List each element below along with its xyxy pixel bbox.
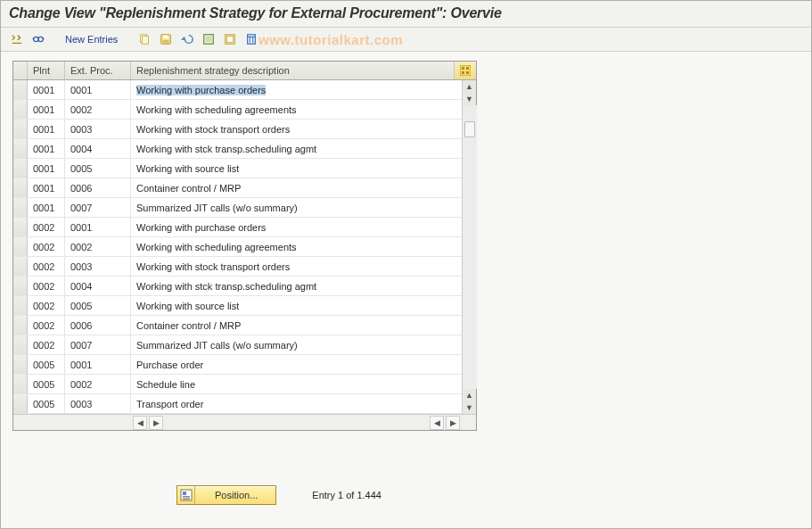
select-all-icon[interactable] (199, 30, 218, 48)
cell-plant[interactable]: 0002 (28, 237, 65, 256)
cell-ext-proc[interactable]: 0003 (65, 394, 131, 413)
row-selector[interactable] (13, 139, 28, 158)
scroll-up-step2-icon[interactable]: ▲ (463, 389, 477, 401)
row-selector[interactable] (13, 394, 28, 413)
cell-description[interactable]: Container control / MRP (131, 178, 462, 197)
column-header-ext-proc[interactable]: Ext. Proc. (65, 62, 131, 79)
scroll-down-icon[interactable]: ▼ (463, 401, 477, 414)
row-selector[interactable] (13, 335, 28, 354)
cell-plant[interactable]: 0002 (28, 316, 65, 335)
table-row[interactable]: 00010006Container control / MRP (13, 178, 462, 198)
copy-icon[interactable] (135, 30, 154, 48)
cell-plant[interactable]: 0001 (28, 100, 65, 119)
row-selector[interactable] (13, 277, 28, 295)
row-selector[interactable] (13, 355, 28, 374)
cell-ext-proc[interactable]: 0001 (65, 355, 131, 374)
cell-description[interactable]: Working with purchase orders (131, 218, 462, 236)
row-selector[interactable] (13, 375, 28, 393)
row-selector[interactable] (13, 159, 28, 178)
cell-description[interactable]: Working with scheduling agreements (131, 237, 462, 256)
scroll-track[interactable] (463, 105, 477, 389)
cell-description[interactable]: Working with stck transp.scheduling agmt (131, 139, 462, 158)
cell-description[interactable]: Purchase order (131, 355, 462, 374)
table-row[interactable]: 00020007Summarized JIT calls (w/o summar… (13, 335, 462, 355)
hscroll-left2-icon[interactable]: ◀ (430, 416, 444, 430)
hscroll-right2-icon[interactable]: ▶ (446, 416, 460, 430)
row-selector[interactable] (13, 237, 28, 256)
cell-ext-proc[interactable]: 0006 (65, 316, 131, 335)
cell-plant[interactable]: 0005 (28, 394, 65, 413)
cell-plant[interactable]: 0002 (28, 296, 65, 315)
cell-description[interactable]: Transport order (131, 394, 462, 413)
cell-description[interactable]: Working with scheduling agreements (131, 100, 462, 119)
table-row[interactable]: 00010004Working with stck transp.schedul… (13, 139, 462, 159)
cell-plant[interactable]: 0001 (28, 80, 65, 99)
row-selector[interactable] (13, 296, 28, 315)
cell-description[interactable]: Schedule line (131, 375, 462, 393)
cell-description[interactable]: Working with stck transp.scheduling agmt (131, 277, 462, 295)
row-selector[interactable] (13, 198, 28, 217)
cell-plant[interactable]: 0001 (28, 178, 65, 197)
row-selector[interactable] (13, 316, 28, 335)
table-row[interactable]: 00020004Working with stck transp.schedul… (13, 277, 462, 296)
position-button[interactable]: Position... (176, 485, 276, 505)
delete-icon[interactable] (242, 30, 261, 48)
cell-ext-proc[interactable]: 0007 (65, 335, 131, 354)
cell-description[interactable]: Working with purchase orders (131, 80, 462, 99)
undo-icon[interactable] (177, 30, 197, 48)
row-selector[interactable] (13, 178, 28, 197)
row-selector[interactable] (13, 257, 28, 276)
scroll-down-step-icon[interactable]: ▼ (463, 93, 477, 105)
cell-plant[interactable]: 0002 (28, 277, 65, 295)
row-selector[interactable] (13, 100, 28, 119)
table-row[interactable]: 00020002Working with scheduling agreemen… (13, 237, 462, 257)
scroll-thumb[interactable] (464, 121, 475, 137)
save-icon[interactable] (156, 30, 176, 48)
scroll-up-icon[interactable]: ▲ (463, 80, 477, 93)
display-icon[interactable] (29, 30, 48, 48)
cell-plant[interactable]: 0005 (28, 375, 65, 393)
cell-ext-proc[interactable]: 0002 (65, 237, 131, 256)
hscroll-right-icon[interactable]: ▶ (149, 416, 163, 430)
cell-description[interactable]: Working with source list (131, 296, 462, 315)
cell-plant[interactable]: 0001 (28, 139, 65, 158)
column-header-description[interactable]: Replenishment strategy description (131, 62, 455, 79)
cell-ext-proc[interactable]: 0002 (65, 100, 131, 119)
cell-plant[interactable]: 0002 (28, 257, 65, 276)
hscroll-left-icon[interactable]: ◀ (133, 416, 147, 430)
row-selector[interactable] (13, 120, 28, 138)
table-row[interactable]: 00020006Container control / MRP (13, 316, 462, 335)
table-row[interactable]: 00010001Working with purchase orders (13, 80, 462, 100)
table-settings-icon[interactable] (455, 62, 476, 79)
cell-ext-proc[interactable]: 0004 (65, 139, 131, 158)
cell-ext-proc[interactable]: 0003 (65, 257, 131, 276)
horizontal-scrollbar[interactable]: ◀ ▶ ◀ ▶ (13, 414, 476, 430)
table-row[interactable]: 00020001Working with purchase orders (13, 218, 462, 237)
table-row[interactable]: 00010002Working with scheduling agreemen… (13, 100, 462, 120)
cell-description[interactable]: Container control / MRP (131, 316, 462, 335)
cell-plant[interactable]: 0002 (28, 218, 65, 236)
column-header-plant[interactable]: Plnt (28, 62, 65, 79)
deselect-all-icon[interactable] (220, 30, 240, 48)
cell-plant[interactable]: 0001 (28, 198, 65, 217)
table-select-all[interactable] (13, 62, 28, 79)
table-row[interactable]: 00050001Purchase order (13, 355, 462, 375)
cell-ext-proc[interactable]: 0005 (65, 159, 131, 178)
vertical-scrollbar[interactable]: ▲ ▼ ▲ ▼ (462, 80, 476, 414)
cell-plant[interactable]: 0001 (28, 159, 65, 178)
table-row[interactable]: 00050003Transport order (13, 394, 462, 414)
table-row[interactable]: 00050002Schedule line (13, 375, 462, 394)
cell-plant[interactable]: 0002 (28, 335, 65, 354)
table-row[interactable]: 00010003Working with stock transport ord… (13, 120, 462, 139)
table-row[interactable]: 00010005Working with source list (13, 159, 462, 178)
table-row[interactable]: 00010007Summarized JIT calls (w/o summar… (13, 198, 462, 218)
cell-ext-proc[interactable]: 0005 (65, 296, 131, 315)
cell-ext-proc[interactable]: 0004 (65, 277, 131, 295)
toggle-settings-icon[interactable] (7, 30, 27, 48)
cell-description[interactable]: Working with stock transport orders (131, 257, 462, 276)
cell-ext-proc[interactable]: 0001 (65, 80, 131, 99)
cell-description[interactable]: Summarized JIT calls (w/o summary) (131, 198, 462, 217)
row-selector[interactable] (13, 218, 28, 236)
cell-description[interactable]: Working with source list (131, 159, 462, 178)
cell-description[interactable]: Summarized JIT calls (w/o summary) (131, 335, 462, 354)
